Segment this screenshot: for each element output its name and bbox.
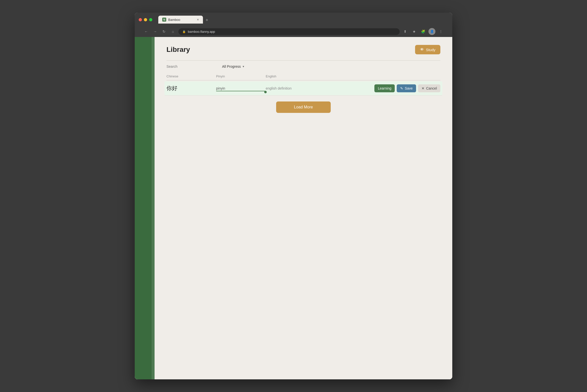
progress-label: All Progress <box>222 64 241 68</box>
maximize-window-button[interactable] <box>149 18 152 21</box>
toolbar-actions: ⬆ ★ 🧩 👤 ⋮ <box>402 28 444 35</box>
study-icon: 👁 <box>420 48 424 52</box>
learning-badge[interactable]: Learning <box>374 84 395 92</box>
avatar[interactable]: 👤 <box>428 28 436 35</box>
minimize-window-button[interactable] <box>144 18 147 21</box>
page-header: Library 👁 Study <box>166 45 440 54</box>
load-more-container: Load More <box>166 102 440 113</box>
main-content: Library 👁 Study All Progress ▾ Chinese P… <box>154 37 452 379</box>
col-header-english: English <box>266 74 440 78</box>
close-window-button[interactable] <box>139 18 142 21</box>
search-input[interactable] <box>166 64 216 68</box>
tab-close-button[interactable]: ✕ <box>197 18 199 21</box>
row-actions: Learning ✎ Save ✕ Cancel <box>374 84 440 92</box>
table-header: Chinese Pinyin English <box>166 72 440 80</box>
new-tab-button[interactable]: + <box>204 16 210 24</box>
browser-titlebar: N Bamboo ✕ + ← → ↻ ⌂ 🔒 bamboo.flanny.app… <box>135 13 452 37</box>
browser-tabs: N Bamboo ✕ + <box>158 16 210 24</box>
pinyin-cell: pinyin <box>216 86 266 90</box>
table-row: 你好 pinyin english definition Learning ✎ … <box>164 82 442 96</box>
address-bar[interactable]: 🔒 bamboo.flanny.app <box>178 28 400 35</box>
col-header-pinyin: Pinyin <box>216 74 266 78</box>
browser-toolbar: ← → ↻ ⌂ 🔒 bamboo.flanny.app ⬆ ★ 🧩 👤 ⋮ <box>139 26 448 37</box>
bookmark-button[interactable]: ★ <box>410 28 418 35</box>
study-button[interactable]: 👁 Study <box>415 45 440 54</box>
forward-button[interactable]: → <box>152 28 158 35</box>
sidebar <box>135 37 154 379</box>
pinyin-input-wrapper: pinyin <box>216 86 266 90</box>
back-button[interactable]: ← <box>143 28 150 35</box>
col-header-chinese: Chinese <box>166 74 216 78</box>
active-tab[interactable]: N Bamboo ✕ <box>158 16 203 24</box>
save-button[interactable]: ✎ Save <box>397 84 416 92</box>
cancel-button[interactable]: ✕ Cancel <box>418 84 440 92</box>
sidebar-inner <box>152 37 154 379</box>
url-text: bamboo.flanny.app <box>188 30 215 34</box>
page-title: Library <box>166 46 190 54</box>
english-cell: english definition <box>266 86 374 90</box>
header-divider <box>166 60 440 60</box>
pinyin-value: pinyin <box>216 86 225 90</box>
share-button[interactable]: ⬆ <box>402 28 408 35</box>
browser-controls: N Bamboo ✕ + <box>139 16 448 24</box>
cancel-label: Cancel <box>426 86 437 90</box>
cancel-icon: ✕ <box>422 86 424 90</box>
load-more-button[interactable]: Load More <box>276 102 331 113</box>
filters-row: All Progress ▾ <box>166 64 440 68</box>
lock-icon: 🔒 <box>182 30 186 33</box>
study-button-label: Study <box>426 48 436 52</box>
pinyin-underline <box>216 91 266 91</box>
chinese-cell: 你好 <box>166 84 216 92</box>
extensions-button[interactable]: 🧩 <box>420 28 426 35</box>
chevron-down-icon: ▾ <box>243 65 244 68</box>
save-icon: ✎ <box>400 86 403 90</box>
reload-button[interactable]: ↻ <box>160 28 168 35</box>
tab-label: Bamboo <box>168 18 180 22</box>
app-container: Library 👁 Study All Progress ▾ Chinese P… <box>135 37 452 379</box>
menu-button[interactable]: ⋮ <box>438 28 444 35</box>
home-button[interactable]: ⌂ <box>170 28 176 35</box>
pinyin-cursor <box>264 91 267 93</box>
progress-select[interactable]: All Progress ▾ <box>222 64 244 68</box>
save-label: Save <box>405 86 412 90</box>
tab-favicon: N <box>162 18 166 22</box>
